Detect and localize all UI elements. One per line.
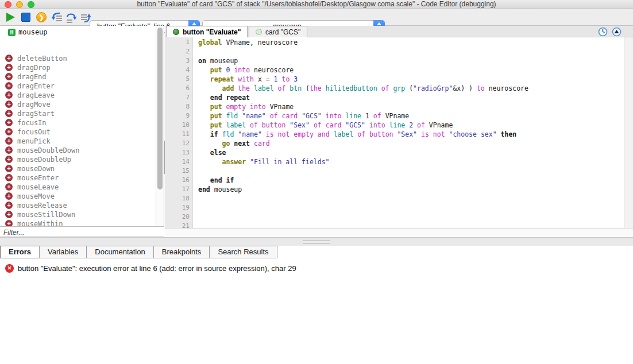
add-handler-icon: + [5, 110, 13, 117]
handler-name: mouseStillDown [17, 211, 75, 219]
code-text: put empty into VPname [198, 102, 294, 111]
debug-pointer-icon: ❯ [36, 12, 47, 22]
code-line[interactable]: 21 [165, 222, 624, 228]
code-text: end repeat [198, 93, 250, 102]
code-line[interactable]: 20 [165, 212, 624, 222]
code-view[interactable]: 1global VPname, neuroscore23on mouseup4 … [165, 37, 624, 228]
handler-list-item[interactable]: +mouseStillDown [0, 210, 155, 219]
add-handler-icon: + [5, 119, 13, 126]
handler-name: deleteButton [17, 55, 67, 63]
code-line[interactable]: 16 end if [165, 176, 624, 185]
collapse-panel-icon[interactable] [612, 27, 622, 37]
code-text: put label of button "Sex" of card "GCS" … [198, 121, 453, 130]
code-line[interactable]: 4 put 0 into neuroscore [165, 65, 624, 75]
line-number: 8 [165, 102, 190, 111]
code-line[interactable]: 19 [165, 203, 624, 212]
handler-list-item[interactable]: +menuPick [0, 137, 155, 146]
handler-list-item[interactable]: +mouseDown [0, 164, 155, 173]
handler-list-item[interactable]: +mouseWithin [0, 219, 155, 226]
bottom-tab-breakpoints[interactable]: Breakpoints [153, 246, 210, 258]
handler-sidebar: H mouseup +deleteButton+dragDrop+dragEnd… [0, 26, 164, 226]
add-handler-icon: + [5, 146, 13, 154]
tab-button-evaluate[interactable]: button "Evaluate" [166, 26, 248, 37]
sidebar-scrollbar-thumb[interactable] [157, 28, 163, 189]
handler-list-item[interactable]: +mouseLeave [0, 183, 155, 192]
panel-splitter[interactable] [0, 237, 633, 246]
bottom-tab-variables[interactable]: Variables [39, 246, 87, 258]
error-message: button "Evaluate": execution error at li… [18, 264, 296, 273]
step-over-button[interactable] [65, 11, 78, 24]
code-text: on mouseup [198, 56, 238, 65]
handler-list-item[interactable]: +mouseDoubleDown [0, 146, 155, 155]
show-next-statement-button[interactable]: ❯ [36, 11, 48, 24]
handler-name: dragEnter [17, 82, 55, 90]
handler-list-item[interactable]: +dragStart [0, 109, 155, 118]
script-editor: button "Evaluate" card "GCS" 1glo [165, 26, 633, 237]
error-list-item[interactable]: ✕ button "Evaluate": execution error at … [0, 263, 633, 274]
handler-name: dragMove [17, 100, 51, 109]
code-line[interactable]: 12 go next card [165, 139, 624, 148]
handler-list-item[interactable]: +focusIn [0, 118, 155, 127]
code-line[interactable]: 2 [165, 47, 624, 56]
handler-list: +deleteButton+dragDrop+dragEnd+dragEnter… [0, 54, 155, 226]
code-vertical-scrollbar[interactable] [624, 37, 633, 228]
splitter-grip-icon[interactable] [303, 241, 330, 243]
handler-name: mouseMove [17, 192, 55, 200]
handler-list-item[interactable]: +deleteButton [0, 54, 155, 63]
handler-name: mouseWithin [17, 220, 63, 226]
handler-list-item[interactable]: +dragEnter [0, 82, 155, 91]
stop-button[interactable] [20, 11, 33, 24]
history-clock-icon[interactable] [598, 27, 608, 37]
code-line[interactable]: 14 answer "Fill in all fields" [165, 157, 624, 166]
line-number: 20 [165, 212, 190, 222]
code-line[interactable]: 18 [165, 194, 624, 203]
handler-list-item[interactable]: +mouseMove [0, 192, 155, 201]
handler-list-item[interactable]: +dragLeave [0, 91, 155, 100]
code-line[interactable]: 9 put fld "name" of card "GCS" into line… [165, 111, 624, 121]
code-line[interactable]: 13 else [165, 148, 624, 157]
handler-list-item[interactable]: +focusOut [0, 127, 155, 137]
code-text: end if [198, 176, 234, 185]
code-text: global VPname, neuroscore [198, 38, 298, 47]
handler-name: mouseRelease [17, 202, 67, 210]
handler-list-item[interactable]: +mouseEnter [0, 173, 155, 183]
code-text: end mouseup [198, 185, 242, 194]
bottom-tab-documentation[interactable]: Documentation [86, 246, 153, 258]
handler-list-item[interactable]: +mouseRelease [0, 201, 155, 210]
code-horizontal-scrollbar[interactable] [165, 228, 633, 237]
tab-card-gcs[interactable]: card "GCS" [249, 26, 307, 37]
line-number: 21 [165, 222, 190, 228]
add-handler-icon: + [5, 91, 13, 99]
code-line[interactable]: 10 put label of button "Sex" of card "GC… [165, 121, 624, 130]
code-line[interactable]: 8 put empty into VPname [165, 102, 624, 111]
handler-filter-input[interactable] [0, 228, 164, 238]
code-text: else [198, 148, 226, 157]
current-handler-item[interactable]: H mouseup [0, 28, 155, 37]
code-line[interactable]: 5 repeat with x = 1 to 3 [165, 75, 624, 84]
handler-list-item[interactable]: +mouseDoubleUp [0, 155, 155, 164]
bottom-tab-bar: ErrorsVariablesDocumentationBreakpointsS… [0, 246, 277, 258]
run-button[interactable] [5, 11, 17, 24]
code-editor-window: button "Evaluate" of card "GCS" of stack… [0, 0, 633, 364]
code-line[interactable]: ❯6 add the label of btn (the hilitedbutt… [165, 84, 624, 93]
step-into-button[interactable] [51, 11, 63, 24]
line-number: 7 [165, 93, 190, 102]
handler-list-item[interactable]: +dragDrop [0, 63, 155, 72]
code-line[interactable]: 15 [165, 166, 624, 176]
sidebar-scrollbar[interactable] [156, 26, 164, 226]
handler-name: dragStart [17, 110, 55, 118]
code-line[interactable]: 1global VPname, neuroscore [165, 38, 624, 47]
handler-list-item[interactable]: +dragEnd [0, 72, 155, 82]
handler-list-item[interactable]: +dragMove [0, 100, 155, 109]
handler-name: mouseDoubleUp [17, 156, 71, 164]
code-text: put 0 into neuroscore [198, 65, 294, 75]
code-line[interactable]: 11 if fld "name" is not empty and label … [165, 130, 624, 139]
bottom-tab-search-results[interactable]: Search Results [209, 246, 277, 258]
code-text: add the label of btn (the hilitedbutton … [198, 84, 528, 93]
code-text: if fld "name" is not empty and label of … [198, 130, 516, 139]
code-line[interactable]: 3on mouseup [165, 56, 624, 65]
add-handler-icon: + [5, 174, 13, 181]
bottom-tab-errors[interactable]: Errors [0, 246, 40, 258]
code-line[interactable]: 7 end repeat [165, 93, 624, 102]
code-line[interactable]: 17end mouseup [165, 185, 624, 194]
